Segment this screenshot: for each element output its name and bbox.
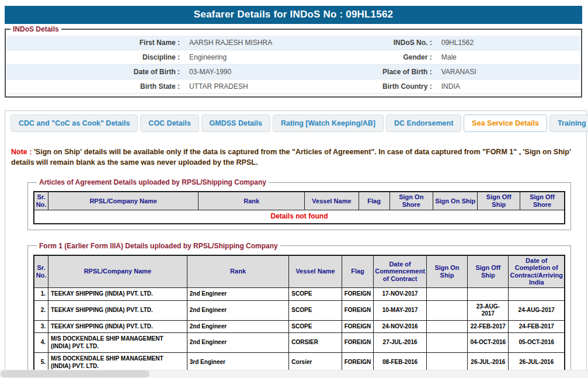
indos-detail-row: Date of Birth :03-MAY-1990Place of Birth… bbox=[7, 65, 580, 79]
field-label: Gender : bbox=[356, 50, 436, 65]
column-header: RPSL/Company Name bbox=[48, 255, 187, 288]
indos-details-legend: INDoS Details bbox=[11, 25, 61, 33]
column-header: Vessel Name bbox=[289, 255, 342, 288]
articles-empty-row: Details not found bbox=[34, 210, 565, 224]
column-header: Sign On Ship bbox=[426, 255, 467, 288]
form1-legend: Form 1 (Earlier Form IIIA) Details uploa… bbox=[37, 242, 280, 250]
column-header: RPSL/Company Name bbox=[48, 192, 199, 210]
note-text: 'Sign on Ship' details will be available… bbox=[11, 148, 571, 167]
articles-of-agreement-table: Sr. No.RPSL/Company NameRankVessel NameF… bbox=[33, 191, 565, 224]
field-label: Place of Birth : bbox=[356, 65, 436, 79]
form1-table: Sr. No.RPSL/Company NameRankVessel NameF… bbox=[33, 255, 565, 378]
sign-off-ship-cell: 22-FEB-2017 bbox=[468, 320, 509, 333]
field-value: UTTAR PRADESH bbox=[185, 79, 356, 94]
sign-on-ship-cell bbox=[426, 288, 467, 301]
column-header: Flag bbox=[359, 192, 389, 210]
sr-no-cell: 2. bbox=[34, 300, 48, 320]
completion-date-cell: 24-FEB-2017 bbox=[509, 320, 565, 333]
field-label: Date of Birth : bbox=[7, 65, 185, 79]
commencement-date-cell: 27-JUL-2016 bbox=[374, 333, 427, 353]
note-prefix: Note : bbox=[11, 148, 32, 156]
tab-rating-watch-keeping-ab[interactable]: Rating [Watch Keeping/AB] bbox=[273, 115, 384, 132]
form1-header-row: Sr. No.RPSL/Company NameRankVessel NameF… bbox=[34, 255, 565, 288]
tab-sea-service-details[interactable]: Sea Service Details bbox=[464, 115, 547, 132]
tab-training-details[interactable]: Training Details bbox=[549, 115, 588, 132]
column-header: Sign Off Ship bbox=[478, 192, 520, 210]
commencement-date-cell: 24-NOV-2016 bbox=[374, 320, 427, 333]
field-label: Birth Country : bbox=[356, 79, 436, 94]
form1-service-row: 4.M/S DOCKENDALE SHIP MANAGEMENT (INDIA)… bbox=[34, 333, 565, 353]
rank-cell: 2nd Engineer bbox=[187, 288, 289, 301]
completion-date-cell bbox=[509, 288, 565, 301]
field-value: Engineering bbox=[185, 50, 356, 65]
field-value: VARANASI bbox=[437, 65, 580, 79]
form1-service-row: 1.TEEKAY SHIPPING (INDIA) PVT. LTD.2nd E… bbox=[34, 288, 565, 301]
sign-on-ship-cell bbox=[426, 300, 467, 320]
tab-cdc-coc-as-cook[interactable]: CDC and "CoC as Cook" Details bbox=[11, 115, 138, 132]
indos-detail-row: Discipline :EngineeringGender :Male bbox=[7, 50, 580, 65]
commencement-date-cell: 17-NOV-2017 bbox=[374, 288, 427, 301]
field-label: First Name : bbox=[7, 36, 185, 50]
sign-off-ship-cell: 04-OCT-2016 bbox=[468, 333, 509, 353]
company-name-cell: TEEKAY SHIPPING (INDIA) PVT. LTD. bbox=[48, 320, 187, 333]
flag-cell: FOREIGN bbox=[342, 300, 374, 320]
field-value: 03-MAY-1990 bbox=[185, 65, 356, 79]
form1-service-row: 2.TEEKAY SHIPPING (INDIA) PVT. LTD.2nd E… bbox=[34, 300, 565, 320]
flag-cell: FOREIGN bbox=[342, 333, 374, 353]
column-header: Flag bbox=[342, 255, 374, 288]
form1-fieldset: Form 1 (Earlier Form IIIA) Details uploa… bbox=[27, 242, 571, 378]
field-value: Male bbox=[437, 50, 580, 65]
column-header: Sign On Shore bbox=[389, 192, 433, 210]
tab-content-panel: CDC and "CoC as Cook" DetailsCOC Details… bbox=[5, 110, 587, 378]
field-value: INDIA bbox=[437, 79, 580, 94]
field-value: 09HL1562 bbox=[437, 36, 580, 50]
sign-on-ship-cell bbox=[426, 333, 467, 353]
sr-no-cell: 3. bbox=[34, 320, 48, 333]
company-name-cell: M/S DOCKENDALE SHIP MANAGEMENT (INDIA) P… bbox=[48, 333, 187, 353]
horizontal-scrollbar-thumb[interactable] bbox=[1, 370, 149, 377]
sign-off-ship-cell bbox=[468, 288, 509, 301]
completion-date-cell: 24-AUG-2017 bbox=[509, 300, 565, 320]
vessel-name-cell: SCOPE bbox=[289, 300, 342, 320]
tab-coc-details[interactable]: COC Details bbox=[140, 115, 199, 132]
vessel-name-cell: SCOPE bbox=[289, 320, 342, 333]
field-label: INDoS No. : bbox=[356, 36, 436, 50]
commencement-date-cell: 10-MAY-2017 bbox=[374, 300, 427, 320]
completion-date-cell: 05-OCT-2016 bbox=[509, 333, 565, 353]
company-name-cell: TEEKAY SHIPPING (INDIA) PVT. LTD. bbox=[48, 288, 187, 301]
column-header: Sr. No. bbox=[34, 192, 48, 210]
column-header: Sign Off Ship bbox=[468, 255, 509, 288]
vessel-name-cell: CORSIER bbox=[289, 333, 342, 353]
articles-of-agreement-legend: Articles of Agreement Details uploaded b… bbox=[37, 178, 269, 186]
vessel-name-cell: SCOPE bbox=[289, 288, 342, 301]
tab-dc-endorsement[interactable]: DC Endorsement bbox=[386, 115, 461, 132]
sign-on-ship-note: Note : 'Sign on Ship' details will be av… bbox=[11, 147, 578, 168]
tab-strip: CDC and "CoC as Cook" DetailsCOC Details… bbox=[5, 111, 586, 132]
column-header: Sr. No. bbox=[34, 255, 48, 288]
column-header: Date of Commencement of Contract bbox=[374, 255, 427, 288]
sr-no-cell: 4. bbox=[34, 333, 48, 353]
sr-no-cell: 1. bbox=[34, 288, 48, 301]
indos-details-fieldset: INDoS Details First Name :AARSH RAJESH M… bbox=[5, 25, 582, 98]
seafarer-details-page: { "title": "Seafarer Details for INDoS N… bbox=[0, 0, 588, 378]
field-label: Discipline : bbox=[7, 50, 185, 65]
horizontal-scrollbar-track[interactable] bbox=[0, 370, 588, 378]
details-not-found-text: Details not found bbox=[34, 210, 565, 224]
form1-service-row: 3.TEEKAY SHIPPING (INDIA) PVT. LTD.2nd E… bbox=[34, 320, 565, 333]
indos-detail-row: First Name :AARSH RAJESH MISHRAINDoS No.… bbox=[7, 36, 580, 50]
sign-on-ship-cell bbox=[426, 320, 467, 333]
articles-header-row: Sr. No.RPSL/Company NameRankVessel NameF… bbox=[34, 192, 565, 210]
sign-off-ship-cell: 23-AUG-2017 bbox=[468, 300, 509, 320]
column-header: Rank bbox=[187, 255, 289, 288]
column-header: Sign Off Shore bbox=[520, 192, 565, 210]
tab-gmdss-details[interactable]: GMDSS Details bbox=[201, 115, 270, 132]
column-header: Rank bbox=[199, 192, 305, 210]
column-header: Sign On Ship bbox=[433, 192, 478, 210]
rank-cell: 2nd Engineer bbox=[187, 333, 289, 353]
flag-cell: FOREIGN bbox=[342, 320, 374, 333]
indos-details-table: First Name :AARSH RAJESH MISHRAINDoS No.… bbox=[7, 36, 580, 94]
field-value: AARSH RAJESH MISHRA bbox=[185, 36, 356, 50]
column-header: Date of Completion of Contract/Arriving … bbox=[509, 255, 565, 288]
page-title: Seafarer Details for INDoS No : 09HL1562 bbox=[5, 6, 582, 24]
rank-cell: 2nd Engineer bbox=[187, 300, 289, 320]
